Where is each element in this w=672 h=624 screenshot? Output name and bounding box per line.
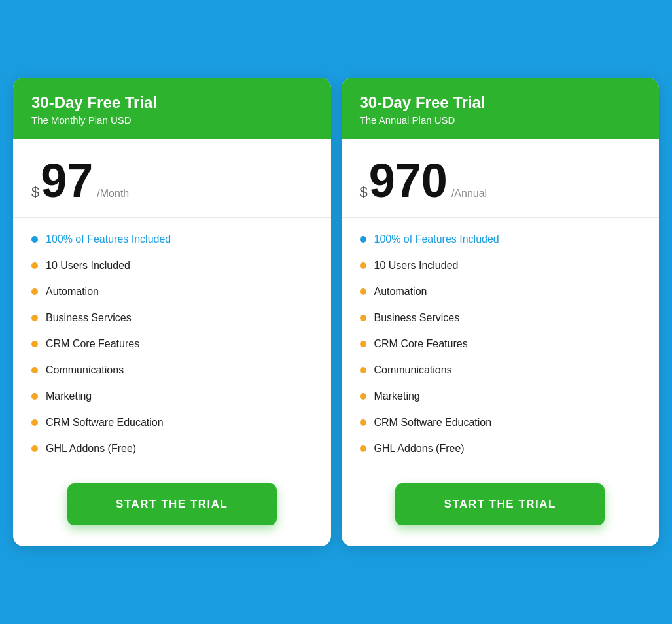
bullet-icon-orange [31, 445, 38, 452]
bullet-icon-orange [31, 367, 38, 373]
bullet-icon-orange [31, 262, 38, 269]
bullet-icon-orange [360, 367, 366, 373]
list-item: CRM Core Features [31, 338, 313, 350]
bullet-icon-orange [360, 419, 366, 426]
card-header-monthly: 30-Day Free TrialThe Monthly Plan USD [13, 78, 331, 139]
list-item: 10 Users Included [360, 260, 641, 271]
feature-text: Marketing [46, 390, 92, 402]
feature-text: 100% of Features Included [46, 234, 171, 245]
card-price-section-monthly: $97/Month [13, 139, 331, 218]
start-trial-button-annual[interactable]: START THE TRIAL [395, 483, 605, 525]
feature-text: Business Services [374, 312, 460, 324]
bullet-icon-orange [31, 315, 38, 321]
card-footer-monthly: START THE TRIAL [13, 470, 331, 546]
feature-text: Automation [46, 286, 99, 298]
feature-text: 100% of Features Included [374, 234, 499, 245]
feature-text: CRM Core Features [374, 338, 468, 350]
pricing-card-monthly: 30-Day Free TrialThe Monthly Plan USD$97… [13, 78, 331, 546]
feature-text: CRM Core Features [46, 338, 139, 350]
card-subtitle-annual: The Annual Plan USD [360, 114, 641, 126]
price-row-annual: $970/Annual [360, 157, 641, 204]
bullet-icon-orange [31, 419, 38, 426]
feature-text: Marketing [374, 390, 420, 402]
price-symbol-annual: $ [360, 185, 368, 199]
bullet-icon-orange [31, 393, 38, 400]
bullet-icon-orange [360, 315, 366, 321]
list-item: Marketing [360, 390, 641, 402]
list-item: CRM Core Features [360, 338, 641, 350]
list-item: 100% of Features Included [31, 234, 313, 245]
list-item: CRM Software Education [31, 417, 313, 428]
price-row-monthly: $97/Month [31, 157, 313, 204]
feature-text: Business Services [46, 312, 132, 324]
bullet-icon-blue [360, 236, 366, 243]
feature-text: GHL Addons (Free) [46, 443, 136, 455]
card-price-section-annual: $970/Annual [342, 139, 660, 218]
pricing-card-annual: 30-Day Free TrialThe Annual Plan USD$970… [342, 78, 660, 546]
feature-text: GHL Addons (Free) [374, 443, 465, 455]
list-item: Communications [360, 364, 641, 376]
pricing-cards-container: 30-Day Free TrialThe Monthly Plan USD$97… [13, 78, 659, 546]
bullet-icon-orange [360, 445, 366, 452]
bullet-icon-blue [31, 236, 38, 243]
card-features-monthly: 100% of Features Included10 Users Includ… [13, 218, 331, 470]
card-footer-annual: START THE TRIAL [342, 470, 660, 546]
feature-text: Automation [374, 286, 427, 298]
card-header-annual: 30-Day Free TrialThe Annual Plan USD [342, 78, 660, 139]
price-symbol-monthly: $ [31, 185, 39, 199]
price-period-annual: /Annual [451, 188, 487, 199]
list-item: 10 Users Included [31, 260, 313, 271]
list-item: GHL Addons (Free) [360, 443, 641, 455]
card-title-annual: 30-Day Free Trial [360, 94, 641, 112]
feature-text: CRM Software Education [46, 417, 164, 428]
bullet-icon-orange [360, 288, 366, 295]
card-subtitle-monthly: The Monthly Plan USD [31, 114, 313, 126]
feature-text: 10 Users Included [46, 260, 130, 271]
price-amount-annual: 970 [369, 157, 448, 204]
card-features-annual: 100% of Features Included10 Users Includ… [342, 218, 660, 470]
bullet-icon-orange [31, 288, 38, 295]
bullet-icon-orange [360, 262, 366, 269]
price-period-monthly: /Month [97, 188, 129, 199]
list-item: CRM Software Education [360, 417, 641, 428]
feature-text: 10 Users Included [374, 260, 459, 271]
card-title-monthly: 30-Day Free Trial [31, 94, 313, 112]
list-item: Marketing [31, 390, 313, 402]
feature-text: Communications [374, 364, 452, 376]
start-trial-button-monthly[interactable]: START THE TRIAL [67, 483, 277, 525]
bullet-icon-orange [31, 341, 38, 347]
feature-text: CRM Software Education [374, 417, 492, 428]
list-item: Automation [360, 286, 641, 298]
price-amount-monthly: 97 [41, 157, 93, 204]
list-item: Business Services [360, 312, 641, 324]
list-item: Communications [31, 364, 313, 376]
list-item: 100% of Features Included [360, 234, 641, 245]
list-item: Business Services [31, 312, 313, 324]
list-item: GHL Addons (Free) [31, 443, 313, 455]
bullet-icon-orange [360, 393, 366, 400]
bullet-icon-orange [360, 341, 366, 347]
list-item: Automation [31, 286, 313, 298]
feature-text: Communications [46, 364, 124, 376]
